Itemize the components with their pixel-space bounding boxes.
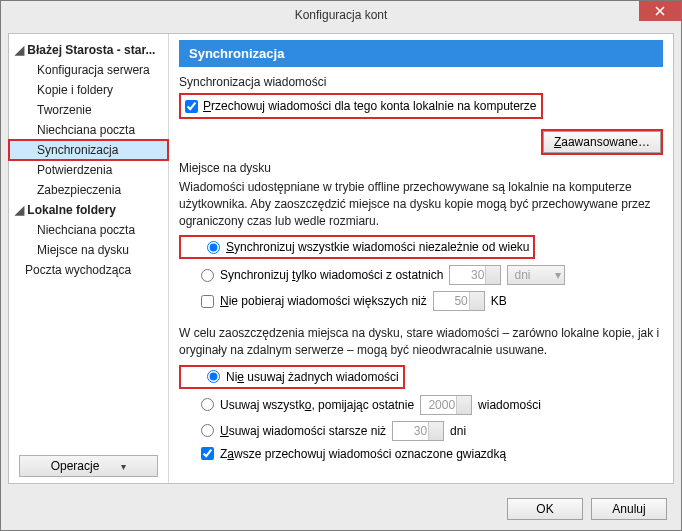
content-area: ◢ Błażej Starosta - star... Konfiguracja… [8, 33, 674, 484]
del-old-label: Usuwaj wiadomości starsze niż [220, 424, 386, 438]
store-local-label: rzechowuj wiadomości dla tego konta loka… [211, 99, 537, 113]
dropdown-arrow-icon: ▾ [121, 461, 126, 472]
keep-star-label: Zawsze przechowuj wiadomości oznaczone g… [220, 447, 506, 461]
ok-button[interactable]: OK [507, 498, 583, 520]
store-local-checkbox[interactable] [185, 100, 198, 113]
sync-recent-label: Synchronizuj tylko wiadomości z ostatnic… [220, 268, 443, 282]
del-old-radio[interactable] [201, 424, 214, 437]
tree-item-compose[interactable]: Tworzenie [9, 100, 168, 120]
dialog-window: Konfiguracja kont ◢ Błażej Starosta - st… [0, 0, 682, 531]
titlebar: Konfiguracja kont [1, 1, 681, 29]
del-none-radio[interactable] [207, 370, 220, 383]
tree-item-local-disk[interactable]: Miejsce na dysku [9, 240, 168, 260]
tree-item-local-junk[interactable]: Niechciana poczta [9, 220, 168, 240]
tree-local-folders[interactable]: ◢ Lokalne foldery [9, 200, 168, 220]
tree-item-server[interactable]: Konfiguracja serwera [9, 60, 168, 80]
purge-desc: W celu zaoszczędzenia miejsca na dysku, … [179, 325, 663, 359]
tree-item-copies[interactable]: Kopie i foldery [9, 80, 168, 100]
sync-recent-row: Synchronizuj tylko wiadomości z ostatnic… [201, 265, 663, 285]
account-tree: ◢ Błażej Starosta - star... Konfiguracja… [9, 34, 169, 483]
sync-all-radio[interactable] [207, 241, 220, 254]
store-local-checkbox-row[interactable]: Przechowuj wiadomości dla tego konta lok… [181, 98, 541, 114]
panel-header: Synchronizacja [179, 40, 663, 67]
tree-account[interactable]: ◢ Błażej Starosta - star... [9, 40, 168, 60]
del-old-row: Usuwaj wiadomości starsze niż 30▴▾ dni [201, 421, 663, 441]
main-panel: Synchronizacja Synchronizacja wiadomości… [169, 34, 673, 483]
no-large-row: Nie pobieraj wiadomości większych niż 50… [201, 291, 663, 311]
dialog-footer: OK Anuluj [507, 498, 667, 520]
tree-item-security[interactable]: Zabezpieczenia [9, 180, 168, 200]
sync-all-radio-row[interactable]: Synchronizuj wszystkie wiadomości niezal… [203, 239, 533, 255]
no-large-label: Nie pobieraj wiadomości większych niż [220, 294, 427, 308]
no-large-checkbox[interactable] [201, 295, 214, 308]
tree-outgoing[interactable]: Poczta wychodząca [9, 260, 168, 280]
sync-recent-radio[interactable] [201, 269, 214, 282]
close-icon [655, 6, 665, 16]
del-keep-radio[interactable] [201, 398, 214, 411]
del-old-spin[interactable]: 30▴▾ [392, 421, 444, 441]
sync-recent-spin[interactable]: 30▴▾ [449, 265, 501, 285]
keep-star-row: Zawsze przechowuj wiadomości oznaczone g… [201, 447, 663, 461]
del-keep-row: Usuwaj wszystko, pomijając ostatnie 2000… [201, 395, 663, 415]
del-keep-spin[interactable]: 2000▴▾ [420, 395, 472, 415]
cancel-button[interactable]: Anuluj [591, 498, 667, 520]
sync-recent-unit[interactable]: dni▾ [507, 265, 565, 285]
del-none-row[interactable]: Nie usuwaj żadnych wiadomości [203, 369, 403, 385]
disk-section-label: Miejsce na dysku [179, 161, 663, 175]
del-keep-unit: wiadomości [478, 398, 541, 412]
tree-item-sync[interactable]: Synchronizacja [9, 140, 168, 160]
close-button[interactable] [639, 1, 681, 21]
no-large-spin[interactable]: 50▴▾ [433, 291, 485, 311]
del-old-unit: dni [450, 424, 466, 438]
no-large-unit: KB [491, 294, 507, 308]
sync-section-label: Synchronizacja wiadomości [179, 75, 663, 89]
keep-star-checkbox[interactable] [201, 447, 214, 460]
operations-button[interactable]: Operacje▾ [19, 455, 158, 477]
tree-item-junk[interactable]: Niechciana poczta [9, 120, 168, 140]
del-keep-label: Usuwaj wszystko, pomijając ostatnie [220, 398, 414, 412]
disk-desc: Wiadomości udostępniane w trybie offline… [179, 179, 663, 229]
tree-item-receipts[interactable]: Potwierdzenia [9, 160, 168, 180]
window-title: Konfiguracja kont [295, 8, 388, 22]
advanced-button[interactable]: Zaawansowane… [543, 131, 661, 153]
